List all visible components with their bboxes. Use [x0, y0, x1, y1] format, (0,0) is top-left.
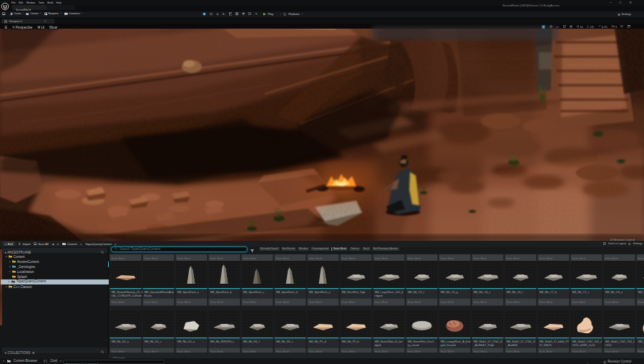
svg-text:SM_Nb_C5_g: SM_Nb_C5_g: [441, 290, 458, 294]
svg-text:SM_SpireRock_d: SM_SpireRock_d: [276, 290, 298, 294]
svg-text:rg_round: rg_round: [408, 343, 419, 347]
svg-text:SM_Nb_D1_c: SM_Nb_D1_c: [145, 340, 162, 343]
svg-text:Static Mesh: Static Mesh: [210, 301, 224, 304]
svg-text:Static Mesh: Static Mesh: [342, 257, 356, 260]
svg-text:SM_RockFlat_Ggb: SM_RockFlat_Ggb: [342, 290, 366, 294]
svg-text:SM_Nb_C7_c: SM_Nb_C7_c: [572, 290, 590, 294]
svg-text:Static Mesh: Static Mesh: [112, 257, 125, 260]
svg-text:Static Mesh: Static Mesh: [474, 257, 487, 260]
svg-text:Static Mesh: Static Mesh: [243, 301, 257, 304]
svg-text:Static Mesh: Static Mesh: [540, 257, 553, 260]
svg-text:x6b_C57Bx478_CaRsbn: x6b_C57Bx478_CaRsbn: [112, 294, 142, 297]
svg-text:Static Mesh: Static Mesh: [375, 301, 389, 304]
svg-text:37_b9b25: 37_b9b25: [540, 343, 552, 347]
svg-text:SM_Nb_C7_b: SM_Nb_C7_b: [540, 290, 557, 294]
svg-text:Static Mesh: Static Mesh: [342, 301, 356, 304]
svg-text:ged_Dusted: ged_Dusted: [441, 343, 456, 347]
svg-text:SM_Nb_D1_a: SM_Nb_D1_a: [112, 340, 130, 343]
svg-text:SM_Nb_C6_c: SM_Nb_C6_c: [474, 290, 491, 294]
svg-text:SM_RockBlob_Peach_A: SM_RockBlob_Peach_A: [638, 340, 644, 343]
svg-text:Static Mesh: Static Mesh: [605, 301, 619, 304]
svg-text:SM_SpireRock_a: SM_SpireRock_a: [177, 290, 200, 294]
svg-text:SM_SpireRock_e: SM_SpireRock_e: [309, 290, 331, 294]
svg-text:Static Mesh: Static Mesh: [309, 257, 323, 260]
svg-text:SM_Nb_C8_a: SM_Nb_C8_a: [605, 290, 623, 294]
svg-text:Static Mesh: Static Mesh: [441, 301, 454, 304]
svg-text:Static Mesh: Static Mesh: [145, 301, 158, 304]
svg-text:SM_SpireRock_c: SM_SpireRock_c: [243, 290, 265, 294]
svg-text:Static Mesh: Static Mesh: [112, 301, 125, 304]
svg-text:SM_Nb_N1_f: SM_Nb_N1_f: [243, 340, 260, 343]
svg-text:SM_Nb_P1_d: SM_Nb_P1_d: [309, 340, 326, 343]
svg-text:Static Mesh: Static Mesh: [540, 301, 553, 304]
svg-text:Static Mesh: Static Mesh: [572, 257, 586, 260]
svg-text:dged: dged: [375, 343, 381, 347]
svg-text:_Av49bK: _Av49bK: [506, 343, 518, 347]
svg-text:Static Mesh: Static Mesh: [408, 257, 421, 260]
svg-text:Static Mesh: Static Mesh: [309, 301, 323, 304]
svg-text:Static Mesh: Static Mesh: [507, 301, 520, 304]
svg-text:Rocks: Rocks: [145, 294, 152, 297]
svg-text:ridged: ridged: [375, 294, 383, 297]
svg-text:SM_Nb_D2_a: SM_Nb_D2_a: [177, 340, 195, 343]
svg-text:Static Mesh: Static Mesh: [243, 257, 257, 260]
svg-text:SM_Nb_C5_f: SM_Nb_C5_f: [408, 290, 425, 294]
svg-text:Static Mesh: Static Mesh: [474, 301, 487, 304]
svg-text:SM_Nb_FDR4Tb_c: SM_Nb_FDR4Tb_c: [210, 340, 235, 343]
svg-text:Static Mesh: Static Mesh: [441, 257, 454, 260]
svg-text:_Av49bK7_25q6: _Av49bK7_25q6: [473, 343, 494, 347]
svg-text:Static Mesh: Static Mesh: [638, 257, 644, 260]
svg-text:V552: V552: [605, 343, 612, 347]
svg-text:Static Mesh: Static Mesh: [145, 257, 158, 260]
svg-text:Static Mesh: Static Mesh: [177, 257, 191, 260]
svg-text:Static Mesh: Static Mesh: [605, 257, 619, 260]
svg-text:Static Mesh: Static Mesh: [210, 257, 224, 260]
svg-text:SM_Nb_P2_b: SM_Nb_P2_b: [342, 340, 359, 343]
svg-text:Static Mesh: Static Mesh: [638, 301, 644, 304]
svg-text:SM_Nb_C8_c: SM_Nb_C8_c: [638, 290, 644, 294]
svg-text:V552_b2W5_5x2C: V552_b2W5_5x2C: [572, 343, 596, 347]
svg-text:Static Mesh: Static Mesh: [572, 301, 586, 304]
svg-text:Static Mesh: Static Mesh: [408, 301, 421, 304]
svg-text:Static Mesh: Static Mesh: [177, 301, 191, 304]
svg-text:Static Mesh: Static Mesh: [507, 257, 520, 260]
svg-text:U: U: [3, 4, 6, 9]
svg-text:SM_SpireRock_b: SM_SpireRock_b: [210, 290, 232, 294]
svg-text:SM_Nb_C6_f: SM_Nb_C6_f: [507, 290, 524, 294]
svg-text:Static Mesh: Static Mesh: [276, 257, 290, 260]
svg-text:Static Mesh: Static Mesh: [276, 301, 290, 304]
svg-text:SM_Nb_N2_c: SM_Nb_N2_c: [276, 340, 293, 343]
svg-text:Static Mesh: Static Mesh: [375, 257, 389, 260]
